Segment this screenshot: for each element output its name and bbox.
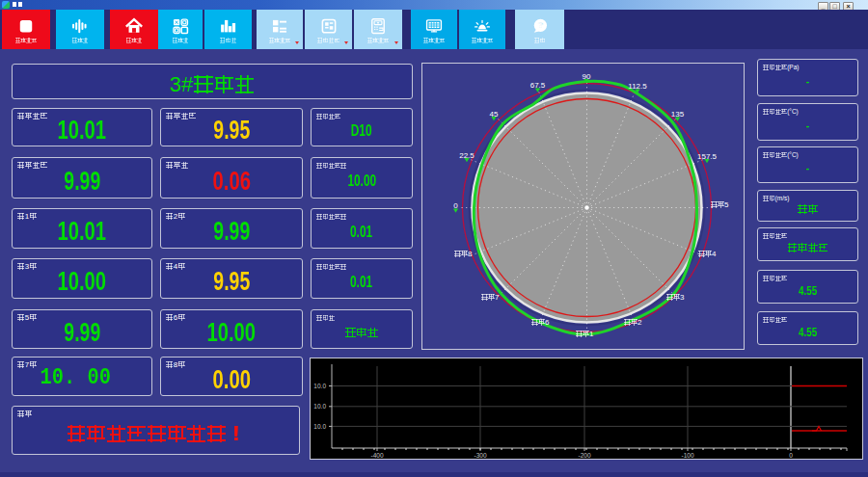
svg-text:10.0: 10.0 <box>313 403 326 410</box>
svg-text:-100: -100 <box>681 452 693 459</box>
svg-text:90: 90 <box>583 72 591 81</box>
svg-text:22.5: 22.5 <box>459 151 475 160</box>
svg-text:-200: -200 <box>578 452 590 459</box>
svg-text:-400: -400 <box>370 452 383 459</box>
svg-text:135: 135 <box>671 110 685 119</box>
svg-text:0: 0 <box>789 452 793 459</box>
svg-text:157.5: 157.5 <box>697 152 718 161</box>
svg-text:10.0: 10.0 <box>313 383 326 389</box>
svg-text:-300: -300 <box>474 452 486 459</box>
svg-text:45: 45 <box>490 110 499 119</box>
svg-text:10.0: 10.0 <box>313 423 326 430</box>
svg-text:?: ? <box>537 19 543 30</box>
svg-text:112.5: 112.5 <box>628 82 647 91</box>
svg-text:67.5: 67.5 <box>530 81 546 90</box>
svg-text:0: 0 <box>453 201 458 210</box>
